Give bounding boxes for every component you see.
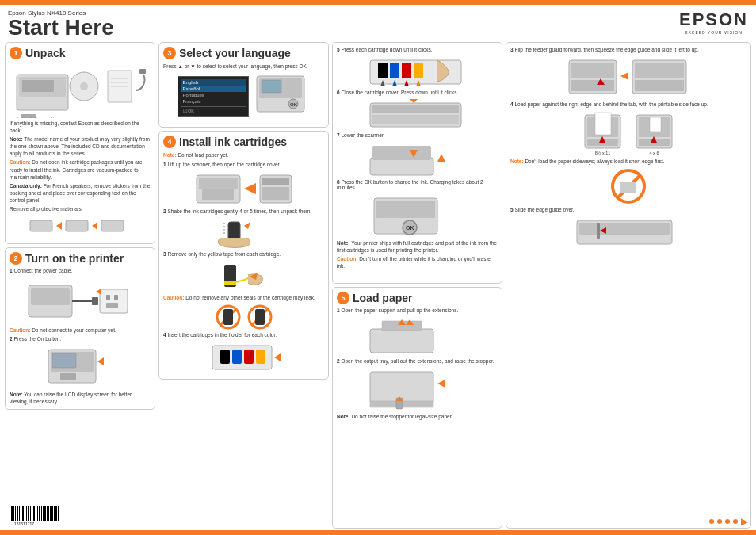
svg-rect-74 xyxy=(370,158,433,175)
svg-marker-60 xyxy=(274,353,281,361)
epson-logo: EPSON EXCEED YOUR VISION xyxy=(679,10,748,35)
svg-rect-24 xyxy=(106,303,118,308)
svg-rect-42 xyxy=(262,187,289,200)
paper-size-letter-label: 8½ x 11 xyxy=(595,151,611,155)
svg-rect-102 xyxy=(595,113,611,135)
svg-rect-2 xyxy=(22,80,54,92)
select-lang-heading: Select your language xyxy=(179,47,291,59)
step-5-circle: 5 xyxy=(337,292,349,304)
svg-rect-137 xyxy=(47,506,48,521)
svg-rect-22 xyxy=(106,295,110,300)
lang-ok-label: ☑ OK xyxy=(181,106,246,113)
svg-rect-59 xyxy=(256,350,265,364)
svg-marker-25 xyxy=(96,289,101,295)
svg-rect-51 xyxy=(223,309,233,325)
lang-printer-diagram: OK xyxy=(255,72,311,120)
ink-step-4: 4 Insert the cartridges in the holder fo… xyxy=(163,332,324,338)
nav-dot-1 xyxy=(709,519,714,524)
ink-step2-diagram xyxy=(163,218,324,250)
unpack-heading: Unpack xyxy=(25,47,66,59)
nav-forward-arrow[interactable]: ▶ xyxy=(741,516,748,527)
nav-dots: ▶ xyxy=(709,516,748,527)
section-load-paper-cont: 3 Flip the feeder guard forward, then sq… xyxy=(506,42,751,529)
press-step-6: 6 Close the cartridge cover. Press down … xyxy=(337,90,498,95)
unpack-note: Note: The model name of your product may… xyxy=(10,136,151,157)
svg-rect-132 xyxy=(37,506,38,521)
svg-rect-9 xyxy=(139,69,146,74)
bottom-bar xyxy=(0,530,756,535)
main-content: Epson Stylus NX410 Series Start Here EPS… xyxy=(0,5,756,530)
svg-rect-135 xyxy=(43,506,44,521)
svg-marker-13 xyxy=(56,222,62,230)
svg-point-4 xyxy=(80,82,88,90)
load-paper-note: Note: Do not raise the stopper for legal… xyxy=(337,413,498,420)
lang-option-english: English xyxy=(181,79,246,86)
press-note: Note: Your printer ships with full cartr… xyxy=(337,239,498,254)
svg-rect-111 xyxy=(620,182,636,193)
svg-rect-123 xyxy=(21,506,21,521)
select-lang-title: 3 Select your language xyxy=(163,47,324,59)
turn-on-steps: 1 Connect the power cable. xyxy=(10,268,151,273)
unpack-title: 1 Unpack xyxy=(10,47,151,59)
unpack-diagram: (Included for Canada only) xyxy=(10,63,151,118)
svg-marker-77 xyxy=(437,154,445,162)
svg-rect-117 xyxy=(10,506,10,521)
svg-text:161611717: 161611717 xyxy=(14,522,34,526)
svg-rect-127 xyxy=(28,506,29,521)
lang-instruction: Press ▲ or ▼ to select to select your la… xyxy=(163,63,324,70)
load-step2-diagram xyxy=(337,368,498,411)
load-prohibited-symbol xyxy=(510,169,746,204)
install-ink-heading: Install ink cartridges xyxy=(179,136,287,148)
press-caution: Caution: Don't turn off the printer whil… xyxy=(337,255,498,269)
paper-size-4x6: 4 x 6 xyxy=(632,111,676,155)
unpack-arrows-diagram xyxy=(10,214,151,238)
content-area: 1 Unpack xyxy=(0,40,756,530)
load-paper-title: 5 Load paper xyxy=(337,292,498,304)
column-1: 1 Unpack xyxy=(5,42,155,529)
svg-rect-124 xyxy=(22,506,24,521)
svg-rect-136 xyxy=(44,506,46,521)
unpack-remove: Remove all protective materials. xyxy=(10,205,151,212)
load-cont-step3-diagram xyxy=(510,56,746,100)
ink-step1-diagram xyxy=(163,171,324,207)
press-step-5: 5 Press each cartridge down until it cli… xyxy=(337,47,498,52)
svg-rect-119 xyxy=(13,506,14,521)
svg-rect-131 xyxy=(36,506,36,521)
ink-step-3: 3 Remove only the yellow tape from each … xyxy=(163,251,324,257)
svg-marker-73 xyxy=(410,99,418,103)
language-screen: English Español Português Français ☑ OK xyxy=(178,76,249,117)
page-title: Start Here xyxy=(8,17,114,39)
column-2: 3 Select your language Press ▲ or ▼ to s… xyxy=(158,42,329,529)
svg-rect-128 xyxy=(30,506,31,521)
step-4-circle: 4 xyxy=(163,136,176,148)
svg-rect-20 xyxy=(92,297,98,305)
turn-on-note: Note: You can raise the LCD display scre… xyxy=(10,391,151,405)
press-step8-diagram: OK xyxy=(337,194,498,238)
svg-rect-68 xyxy=(414,63,423,78)
svg-marker-95 xyxy=(620,72,628,80)
svg-rect-113 xyxy=(579,223,670,235)
nav-dot-4 xyxy=(733,519,738,524)
svg-rect-98 xyxy=(635,80,684,91)
svg-rect-23 xyxy=(114,295,118,300)
svg-text:OK: OK xyxy=(290,102,298,107)
lang-screen-area: English Español Português Français ☑ OK xyxy=(163,72,324,120)
nav-dot-2 xyxy=(717,519,722,524)
section-load-paper: 5 Load paper 1 Open the paper support an… xyxy=(332,287,502,529)
svg-rect-72 xyxy=(372,115,459,124)
ink-step3-diagram xyxy=(163,261,324,292)
svg-rect-29 xyxy=(52,353,76,368)
svg-rect-66 xyxy=(402,63,411,78)
step-3-circle: 3 xyxy=(163,47,176,59)
press-step-8: 8 Press the OK button to charge the ink.… xyxy=(337,179,498,190)
load-cont-step-3: 3 Flip the feeder guard forward, then sq… xyxy=(510,47,746,52)
unpack-canada: Canada only: For French speakers, remove… xyxy=(10,182,151,204)
svg-rect-33 xyxy=(262,80,281,93)
ink-step-2: 2 Shake the ink cartridges gently 4 or 5… xyxy=(163,208,324,214)
paper-size-letter: 8½ x 11 xyxy=(581,111,624,155)
svg-rect-139 xyxy=(50,506,52,521)
svg-marker-45 xyxy=(244,222,250,229)
press-step5-diagram xyxy=(337,56,498,88)
unpack-missing: If anything is missing, contact Epson as… xyxy=(10,120,151,134)
svg-rect-18 xyxy=(31,288,70,305)
